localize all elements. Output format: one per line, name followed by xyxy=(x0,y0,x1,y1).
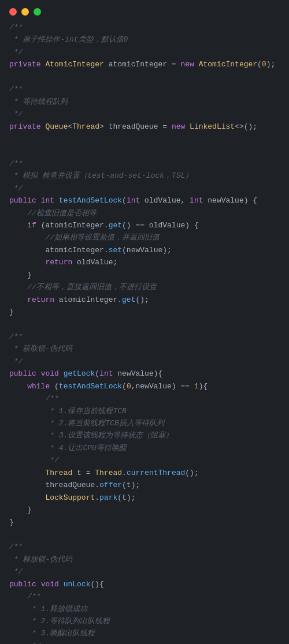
code-line: public void getLock(int newValue){ xyxy=(9,368,280,380)
code-line: * 释放锁-伪代码 xyxy=(9,553,280,566)
code-line: public void unLock(){ xyxy=(9,578,280,590)
code-line: /** xyxy=(9,541,280,553)
dot-yellow xyxy=(21,8,29,16)
code-line: /** xyxy=(9,83,280,95)
code-line: } xyxy=(9,504,280,516)
code-line: } xyxy=(9,269,280,281)
code-line: * 2.等待队列出队线程 xyxy=(9,615,280,627)
code-line: * 1.释放锁成功 xyxy=(9,603,280,615)
code-line: */ xyxy=(9,355,280,368)
code-line: * 4.让出CPU等待唤醒 xyxy=(9,442,280,454)
code-line: public int testAndSetLock(int oldValue, … xyxy=(9,194,280,207)
title-bar xyxy=(0,0,289,21)
code-line: //如果相等设置新值，并返回旧值 xyxy=(9,231,280,244)
code-line: /** xyxy=(9,21,280,33)
code-line: /** xyxy=(9,392,280,405)
code-line: //检查旧值是否相等 xyxy=(9,207,280,219)
dot-green xyxy=(34,8,41,16)
code-line: private AtomicInteger atomicInteger = ne… xyxy=(9,58,280,70)
code-line: if (atomicInteger.get() == oldValue) { xyxy=(9,219,280,231)
code-line: */ xyxy=(9,454,280,466)
code-line xyxy=(9,71,280,83)
code-line: threadQueue.offer(t); xyxy=(9,479,280,491)
code-line: Thread t = Thread.currentThread(); xyxy=(9,467,280,479)
code-line xyxy=(9,145,280,157)
code-line: } xyxy=(9,306,280,318)
code-line xyxy=(9,319,280,331)
code-line: } xyxy=(9,516,280,529)
code-line: * 等待线程队列 xyxy=(9,96,280,108)
code-line: while (testAndSetLock(0,newValue) == 1){ xyxy=(9,380,280,392)
code-area: /** * 原子性操作-int类型，默认值0 */ private Atomic… xyxy=(0,21,289,644)
code-line: private Queue<Thread> threadQueue = new … xyxy=(9,121,280,133)
code-line: */ xyxy=(9,46,280,58)
code-line: * 模拟 检查并设置（test-and-set-lock，TSL） xyxy=(9,170,280,182)
code-line: */ xyxy=(9,640,280,644)
code-line: return oldValue; xyxy=(9,256,280,268)
code-line: atomicInteger.set(newValue); xyxy=(9,244,280,256)
code-line: * 1.保存当前线程TCB xyxy=(9,405,280,417)
code-line: */ xyxy=(9,566,280,578)
code-line: * 原子性操作-int类型，默认值0 xyxy=(9,33,280,46)
code-line: */ xyxy=(9,108,280,120)
dot-red xyxy=(9,8,17,16)
code-line: /** xyxy=(9,158,280,170)
code-line: */ xyxy=(9,182,280,194)
code-line xyxy=(9,133,280,145)
code-line: /** xyxy=(9,331,280,343)
code-line: * 2.将当前线程TCB插入等待队列 xyxy=(9,417,280,429)
code-line: /** xyxy=(9,590,280,602)
code-line: //不相等，直接返回旧值，不进行设置 xyxy=(9,281,280,293)
code-line: * 3.设置该线程为等待状态（阻塞） xyxy=(9,429,280,441)
code-line: * 3.唤醒出队线程 xyxy=(9,627,280,639)
code-line: LockSupport.park(t); xyxy=(9,492,280,504)
code-line: return atomicInteger.get(); xyxy=(9,294,280,306)
code-line: * 获取锁-伪代码 xyxy=(9,343,280,355)
code-line xyxy=(9,529,280,541)
